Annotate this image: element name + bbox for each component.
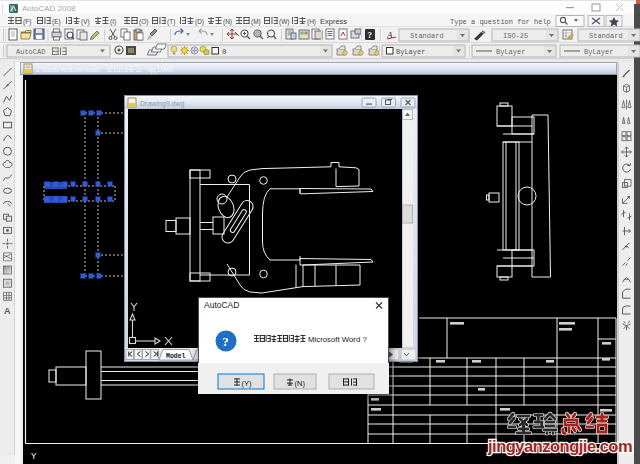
svg-text:Drawing9.dwg: Drawing9.dwg [140, 100, 184, 108]
svg-text:(Y): (Y) [242, 379, 253, 388]
svg-text:?: ? [222, 334, 229, 349]
svg-text:(N): (N) [295, 379, 306, 388]
svg-text:Microsoft Word ?: Microsoft Word ? [308, 335, 367, 344]
svg-text:Model: Model [166, 353, 186, 360]
svg-text:Y: Y [31, 452, 37, 462]
svg-text:jingyanzongjie.com: jingyanzongjie.com [487, 437, 632, 455]
svg-text:AutoCAD: AutoCAD [204, 300, 239, 310]
